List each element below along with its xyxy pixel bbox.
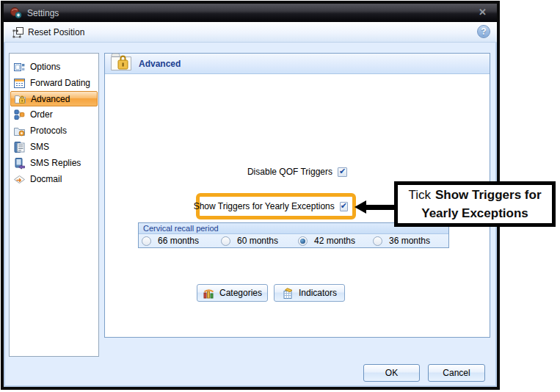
sidebar-item-docmail[interactable]: Docmail [10,171,98,187]
screenshot-stage: Settings ✕ Reset Position ? [0,0,560,392]
annotation-line2: Yearly Exceptions [421,204,528,222]
radio-button[interactable] [373,236,382,246]
toolbar: Reset Position ? [4,22,497,43]
reset-position-label: Reset Position [28,27,84,37]
annotation-line1: TickShow Triggers for [408,186,541,204]
panel-header: Advanced [105,54,490,74]
categories-button[interactable]: Categories [197,284,268,302]
radio-36-months[interactable]: 36 months [373,236,430,246]
sidebar-item-forward-dating[interactable]: Forward Dating [10,75,98,91]
sidebar-item-order[interactable]: Order [10,106,98,123]
folder-lock-icon [109,51,133,73]
phone-reply-icon [13,157,26,170]
close-button[interactable]: ✕ [479,6,487,19]
order-icon [13,109,26,121]
disable-qof-triggers-label: Disable QOF Triggers [247,167,332,177]
cancel-button[interactable]: Cancel [428,364,485,382]
radio-button-selected[interactable] [298,236,308,246]
radio-60-months[interactable]: 60 months [221,236,278,246]
disable-qof-triggers-checkbox[interactable] [338,167,347,177]
indicators-table-icon [282,287,294,300]
sidebar-item-label: Forward Dating [30,78,90,88]
sidebar-item-label: SMS [30,142,49,152]
sidebar-item-label: Order [30,109,53,120]
reset-position-button[interactable]: Reset Position [8,25,89,40]
categories-label: Categories [219,288,262,298]
annotation-callout: TickShow Triggers for Yearly Exceptions [394,181,556,227]
categories-chart-icon [203,287,215,300]
folder-lock-icon [14,92,26,105]
mail-send-icon [13,173,26,186]
phone-notes-icon [13,141,26,153]
sidebar-item-label: Docmail [30,174,62,184]
show-triggers-yearly-exceptions-checkbox[interactable] [340,202,348,211]
sidebar-item-advanced[interactable]: Advanced [10,91,98,106]
annotation-arrow-head [354,200,366,214]
settings-category-list: Options Forward Dating Advanced [9,53,99,357]
sidebar-item-sms-replies[interactable]: SMS Replies [10,155,98,171]
sidebar-item-label: SMS Replies [30,158,81,168]
window-title: Settings [27,8,59,18]
show-triggers-yearly-exceptions-label: Show Triggers for Yearly Exceptions [194,201,335,211]
sidebar-item-protocols[interactable]: Protocols [10,123,98,139]
panel-title: Advanced [139,59,181,69]
sidebar-item-options[interactable]: Options [10,59,98,75]
sidebar-item-label: Options [30,62,60,72]
titlebar: Settings ✕ [4,4,497,22]
ok-button[interactable]: OK [363,364,420,382]
annotation-arrow-shaft [366,205,396,210]
indicators-button[interactable]: Indicators [274,284,345,302]
cervical-recall-options: 66 months 60 months 42 months 36 months [139,234,448,247]
radio-66-months[interactable]: 66 months [142,236,199,246]
folder-gear-icon [13,125,26,137]
radio-42-months[interactable]: 42 months [298,236,355,246]
sidebar-item-label: Protocols [30,126,67,136]
radio-button[interactable] [221,236,230,246]
radio-button[interactable] [142,236,151,246]
yearly-exceptions-highlight: Show Triggers for Yearly Exceptions [196,193,356,219]
options-icon [13,61,26,73]
settings-app-icon [10,7,22,19]
calendar-icon [13,77,26,90]
reset-position-icon [12,26,24,38]
disable-qof-triggers-row[interactable]: Disable QOF Triggers [105,165,347,178]
sidebar-item-sms[interactable]: SMS [10,139,98,155]
help-icon[interactable]: ? [477,25,490,38]
sidebar-item-label: Advanced [31,94,70,104]
indicators-label: Indicators [299,288,337,298]
